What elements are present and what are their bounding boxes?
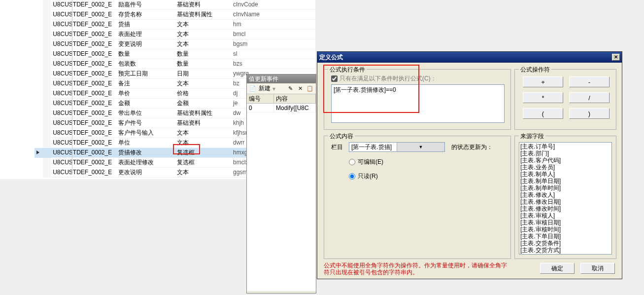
col-id: 编号 — [247, 94, 274, 103]
define-formula-dialog: 定义公式 ✕ 公式执行条件 只有在满足以下条件时执行公式(C)： [第一子表.货… — [317, 51, 622, 279]
close-icon[interactable]: ✕ — [612, 54, 620, 61]
group-source-fields: 来源字段 [主表.订单号][主表.部门][主表.客户代码][主表.业务员][主表… — [514, 136, 616, 259]
cell-type: 复选框 — [175, 148, 231, 158]
radio-readonly[interactable] — [349, 173, 355, 180]
list-item[interactable]: [主表.修改时间] — [520, 205, 610, 212]
table-row[interactable]: U8CUSTDEF_0002_E存货名称基础资料属性cInvName — [34, 10, 315, 20]
state-label: 的状态更新为： — [451, 143, 493, 151]
radio-readonly-label[interactable]: 只读(R) — [349, 172, 383, 181]
op-button-*[interactable]: * — [523, 92, 563, 103]
list-item[interactable]: [主表.交货条件] — [520, 240, 610, 247]
row-pointer — [34, 59, 43, 69]
op-button--[interactable]: - — [569, 76, 610, 87]
row-gutter — [43, 128, 51, 138]
list-item[interactable]: [主表.审核日期] — [520, 219, 610, 226]
cell-name: 客户件号输入 — [116, 128, 175, 138]
list-item[interactable]: [主表.订单号] — [520, 143, 610, 150]
chevron-down-icon[interactable]: ▼ — [397, 143, 444, 151]
source-listbox[interactable]: [主表.订单号][主表.部门][主表.客户代码][主表.业务员][主表.制单人]… — [519, 142, 612, 255]
row-pointer — [34, 128, 43, 138]
row-gutter — [43, 148, 51, 158]
cell-type: 文本 — [175, 168, 231, 178]
subwin-toolbar: 📄 新建 ▾ ✎ ✕ 📋 — [247, 83, 316, 94]
cell-field: cInvName — [231, 10, 315, 20]
cell-type: 基础资料属性 — [175, 109, 231, 118]
cell-field: cInvCode — [231, 0, 315, 10]
subwin-grid-body[interactable]: 0 Modify{[U8C — [247, 104, 316, 291]
row-gutter — [43, 118, 51, 128]
cond-textarea[interactable]: [第一子表.货描修改]==0 — [331, 84, 505, 123]
list-item[interactable]: [主表.出货地址] — [520, 254, 610, 255]
cell-type: 基础资料 — [175, 118, 231, 128]
row-pointer — [34, 148, 43, 158]
group-condition: 公式执行条件 只有在满足以下条件时执行公式(C)： [第一子表.货描修改]==0 — [324, 69, 511, 130]
op-button-([interactable]: ( — [523, 108, 563, 119]
cell-name: 带出单位 — [116, 109, 175, 118]
row-gutter — [43, 79, 51, 89]
subwin-grid-header: 编号 内容 — [247, 94, 316, 104]
cell-type: 文本 — [175, 39, 231, 49]
list-item[interactable]: [主表.审核人] — [520, 212, 610, 219]
list-item[interactable]: [主表.下单日期] — [520, 233, 610, 240]
copy-icon[interactable]: 📋 — [306, 85, 314, 93]
cell-name: 备注 — [116, 79, 175, 89]
cell-type: 复选框 — [175, 158, 231, 168]
list-item[interactable]: [主表.审核时间] — [520, 226, 610, 233]
list-item[interactable]: [主表.部门] — [520, 150, 610, 157]
cell-name: 货描修改 — [116, 148, 175, 158]
table-row[interactable]: U8CUSTDEF_0002_E包装数数量bzs — [34, 59, 315, 69]
table-row[interactable]: U8CUSTDEF_0002_E表面处理文本bmcl — [34, 30, 315, 39]
row-gutter — [43, 0, 51, 10]
row-pointer — [34, 10, 43, 20]
cond-checkbox-text: 只有在满足以下条件时执行公式(C)： — [339, 74, 437, 83]
cell-type: 数量 — [175, 59, 231, 69]
cell-field: bzs — [231, 59, 315, 69]
list-item[interactable]: [主表.客户代码] — [520, 157, 610, 164]
list-item[interactable]: [主表.业务员] — [520, 164, 610, 171]
edit-icon[interactable]: ✎ — [286, 85, 294, 93]
ok-button[interactable]: 确定 — [540, 263, 575, 274]
table-row[interactable]: U8CUSTDEF_0002_E数量数量sl — [34, 49, 315, 59]
cond-checkbox[interactable] — [331, 75, 338, 82]
op-button-+[interactable]: + — [523, 76, 563, 87]
table-row[interactable]: U8CUSTDEF_0002_E变更说明文本bgsm — [34, 39, 315, 49]
cond-text: [第一子表.货描修改]==0 — [334, 86, 396, 93]
radio-editable[interactable] — [349, 159, 355, 165]
row-gutter — [43, 99, 51, 109]
cell-name: 货描 — [116, 20, 175, 30]
cell-type: 价格 — [175, 89, 231, 99]
list-item[interactable]: [主表.制单人] — [520, 171, 610, 178]
cancel-button[interactable]: 取消 — [580, 263, 615, 274]
cell-name: 更改说明 — [116, 168, 175, 178]
cell-type: 基础资料属性 — [175, 10, 231, 20]
cell-name: 预完工日期 — [116, 69, 175, 79]
list-item[interactable]: [主表.修改人] — [520, 191, 610, 198]
row-gutter — [43, 138, 51, 148]
cell-code: U8CUSTDEF_0002_E — [51, 148, 116, 158]
list-item[interactable]: [主表.制单日期] — [520, 178, 610, 184]
column-combobox[interactable]: [第一子表.货描] ▼ — [349, 142, 445, 152]
dialog-titlebar[interactable]: 定义公式 ✕ — [317, 52, 622, 63]
row-pointer — [34, 0, 43, 10]
table-row[interactable]: U8CUSTDEF_0002_E货描文本hm — [34, 20, 315, 30]
op-button-/[interactable]: / — [569, 92, 610, 103]
new-button[interactable]: 新建 — [259, 84, 271, 93]
row-pointer — [34, 168, 43, 178]
cell-code: U8CUSTDEF_0002_E — [51, 158, 116, 168]
op-button-)[interactable]: ) — [569, 108, 610, 119]
list-item[interactable]: [主表.修改日期] — [520, 198, 610, 205]
cell-code: U8CUSTDEF_0002_E — [51, 59, 116, 69]
row-pointer — [34, 109, 43, 118]
list-item[interactable]: [主表.制单时间] — [520, 184, 610, 191]
cond-checkbox-label[interactable]: 只有在满足以下条件时执行公式(C)： — [331, 74, 437, 83]
new-icon[interactable]: 📄 — [249, 85, 257, 93]
cell-field: hm — [231, 20, 315, 30]
row-pointer — [34, 158, 43, 168]
delete-icon[interactable]: ✕ — [296, 85, 304, 93]
cell-type: 文本 — [175, 30, 231, 39]
radio-readonly-text: 只读(R) — [358, 172, 378, 181]
table-row[interactable]: U8CUSTDEF_0002_E励嘉件号基础资料cInvCode — [34, 0, 315, 10]
cell-name: 单价 — [116, 89, 175, 99]
radio-editable-label[interactable]: 可编辑(E) — [349, 158, 383, 166]
list-item[interactable]: [主表.交货方式] — [520, 247, 610, 254]
